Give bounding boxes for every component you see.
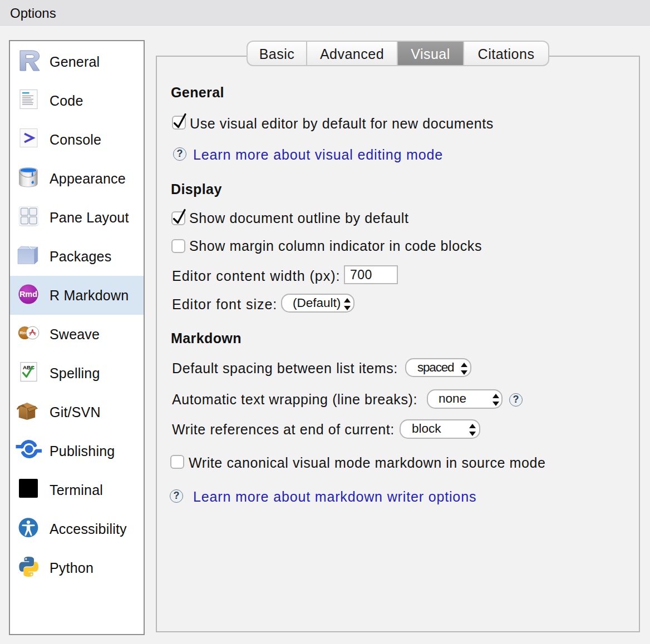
svg-text:Rmd: Rmd — [19, 290, 37, 299]
